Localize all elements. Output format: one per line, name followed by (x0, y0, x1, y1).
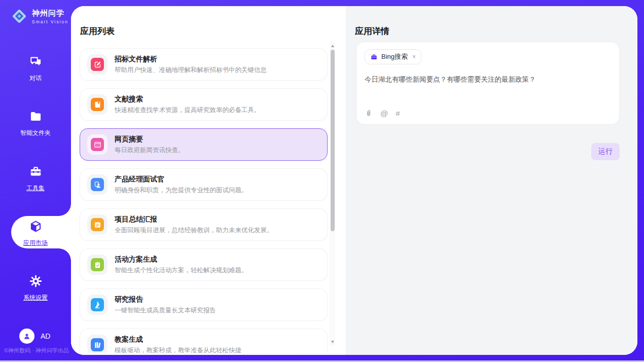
app-name: 招标文件解析 (115, 55, 267, 64)
app-name: 教案生成 (115, 335, 241, 344)
app-icon-tile (87, 335, 108, 353)
app-icon-tile (87, 54, 108, 75)
sidebar-item-label: 工具集 (26, 184, 45, 193)
run-row: 运行 (356, 143, 620, 160)
sidebar-item-label: 智能文件夹 (20, 129, 51, 137)
calendar-icon (91, 218, 104, 231)
brand-name: 神州问学 (32, 9, 68, 18)
app-description: 快速精准查找学术资源，提高研究效率的必备工具。 (115, 106, 261, 115)
app-list-item[interactable]: 教案生成模板驱动，教案秒成，教学准备从此轻松快捷 (80, 329, 328, 353)
app-description: 一键智能生成高质量长文本研究报告 (115, 306, 216, 315)
toolbox-icon (29, 165, 43, 180)
app-name: 活动方案生成 (115, 255, 248, 264)
app-list-item[interactable]: 研究报告一键智能生成高质量长文本研究报告 (80, 288, 328, 321)
sidebar-item-label: 对话 (29, 74, 42, 83)
app-list-item[interactable]: 招标文件解析帮助用户快速、准确地理解和解析招标书中的关键信息 (80, 48, 328, 81)
brand-subtitle: Smart Vision (32, 19, 68, 24)
sidebar: 神州问学 Smart Vision 对话智能文件夹工具集应用市场系统设置 AD … (0, 0, 71, 362)
folder-icon (29, 110, 43, 125)
sidebar-item-toolbox[interactable]: 工具集 (0, 165, 71, 193)
app-description: 智能生成个性化活动方案，轻松解决规划难题。 (115, 266, 248, 275)
app-name: 文献搜索 (115, 95, 261, 104)
sidebar-item-chat[interactable]: 对话 (0, 55, 71, 83)
app-icon-tile: </> (87, 134, 108, 155)
app-icon-tile (87, 94, 108, 115)
brand-logo: 神州问学 Smart Vision (10, 7, 68, 25)
app-icon-tile (87, 174, 108, 195)
app-detail-title: 应用详情 (355, 25, 389, 37)
clipboard-icon (91, 258, 104, 271)
scrollbar-thumb[interactable] (331, 50, 335, 231)
sidebar-item-label: 应用市场 (23, 239, 48, 247)
app-list: 招标文件解析帮助用户快速、准确地理解和解析招标书中的关键信息文献搜索快速精准查找… (80, 42, 329, 353)
edit-icon (91, 58, 104, 71)
sidebar-item-gear[interactable]: 系统设置 (0, 274, 71, 302)
user-profile[interactable]: AD (19, 329, 50, 344)
app-list-item[interactable]: 活动方案生成智能生成个性化活动方案，轻松解决规划难题。 (80, 248, 328, 281)
app-list-item[interactable]: 项目总结汇报全面回顾项目进展，总结经验教训，助力未来优化发展。 (80, 208, 328, 241)
app-description: 全面回顾项目进展，总结经验教训，助力未来优化发展。 (115, 226, 273, 235)
gear-icon (29, 274, 43, 290)
app-icon-tile (87, 214, 108, 235)
paperclip-icon[interactable] (365, 109, 373, 117)
composer-toolbar: @ # (365, 109, 611, 117)
query-card: Bing搜索 × 今日湖北有哪些新闻要点？有哪些需要关注的最新政策？ @ # (356, 42, 620, 125)
app-name: 项目总结汇报 (115, 215, 273, 224)
main-content: 应用列表 招标文件解析帮助用户快速、准确地理解和解析招标书中的关键信息文献搜索快… (71, 6, 637, 355)
app-description: 明确身份和职责，为您提供专业性的面试问题。 (115, 186, 248, 195)
cube-icon (29, 220, 43, 235)
app-name: 产品经理面试官 (115, 175, 248, 184)
app-list-item[interactable]: 文献搜索快速精准查找学术资源，提高研究效率的必备工具。 (80, 88, 328, 121)
scroll-up-arrow[interactable] (330, 43, 335, 49)
briefcase-icon (370, 53, 378, 61)
app-name: 网页摘要 (115, 135, 185, 144)
query-text[interactable]: 今日湖北有哪些新闻要点？有哪些需要关注的最新政策？ (365, 75, 611, 85)
app-description: 每日政府新闻资讯快查。 (115, 146, 185, 155)
sidebar-item-cube[interactable]: 应用市场 (0, 220, 71, 247)
tool-chip-bing-search[interactable]: Bing搜索 × (365, 49, 421, 64)
app-list-panel: 应用列表 招标文件解析帮助用户快速、准确地理解和解析招标书中的关键信息文献搜索快… (71, 6, 346, 355)
sidebar-item-folder[interactable]: 智能文件夹 (0, 110, 71, 137)
app-description: 帮助用户快速、准确地理解和解析招标书中的关键信息 (115, 66, 267, 75)
app-detail-panel: 应用详情 Bing搜索 × 今日湖北有哪些新闻要点？有哪些需要关注的最新政策？ (346, 6, 637, 355)
run-button[interactable]: 运行 (591, 143, 620, 160)
scroll-down-arrow[interactable] (330, 339, 335, 345)
user-avatar-icon (19, 329, 34, 344)
brand-diamond-icon (10, 7, 28, 25)
app-icon-tile (87, 255, 108, 275)
browser-icon: </> (91, 138, 104, 151)
books-icon (91, 338, 104, 351)
app-name: 研究报告 (115, 295, 216, 304)
sidebar-item-label: 系统设置 (23, 294, 48, 302)
scrollbar[interactable] (330, 42, 335, 346)
app-list-title: 应用列表 (80, 25, 115, 37)
at-icon[interactable]: @ (380, 110, 388, 117)
chip-close-icon[interactable]: × (412, 53, 416, 60)
book-icon (91, 98, 104, 111)
app-list-item[interactable]: 产品经理面试官明确身份和职责，为您提供专业性的面试问题。 (80, 168, 328, 201)
user-label: AD (41, 332, 50, 340)
app-list-item[interactable]: </>网页摘要每日政府新闻资讯快查。 (80, 128, 328, 161)
person-icon (91, 178, 104, 191)
app-icon-tile (87, 295, 108, 315)
flask-icon (91, 298, 104, 311)
app-description: 模板驱动，教案秒成，教学准备从此轻松快捷 (115, 346, 241, 353)
hash-icon[interactable]: # (396, 110, 400, 117)
chat-icon (29, 55, 43, 70)
copyright-text: ©神州数码 · 神州问学出品 (4, 347, 69, 354)
tool-chip-label: Bing搜索 (381, 52, 408, 61)
svg-text:</>: </> (95, 144, 99, 147)
